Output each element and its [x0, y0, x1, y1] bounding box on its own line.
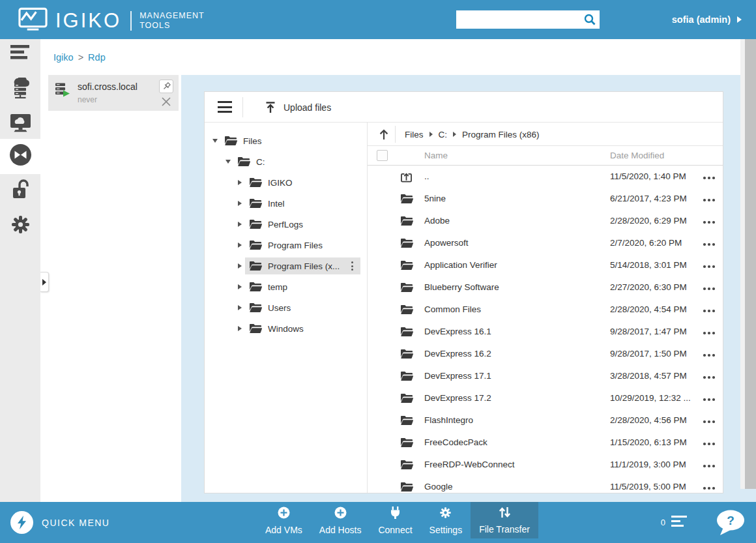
tree-item-program-files-x86[interactable]: Program Files (x... — [205, 256, 367, 276]
tree-expand-icon[interactable] — [235, 263, 245, 269]
tree-collapse-icon[interactable] — [223, 160, 233, 164]
tree-item-igiko[interactable]: IGIKO — [205, 172, 367, 193]
chevron-right-icon — [737, 16, 742, 23]
folder-tree: Files C: IGIKO — [205, 123, 368, 493]
table-row[interactable]: Apowersoft 2/7/2020, 6:20 PM — [368, 232, 723, 254]
tree-item-perflogs[interactable]: PerfLogs — [205, 214, 367, 235]
table-row[interactable]: DevExpress 16.2 9/28/2017, 1:50 PM — [368, 343, 723, 365]
tree-item-c-drive[interactable]: C: — [205, 151, 367, 172]
folder-icon — [224, 136, 237, 146]
table-row[interactable]: Adobe 2/28/2020, 6:29 PM — [368, 210, 723, 232]
row-actions-menu[interactable] — [701, 441, 717, 447]
table-row[interactable]: DevExpress 17.1 3/28/2018, 4:57 PM — [368, 365, 723, 387]
tree-item-menu-icon[interactable] — [348, 260, 356, 272]
svg-text:?: ? — [727, 514, 734, 527]
app-logo[interactable]: IGIKO MANAGEMENT TOOLS — [18, 7, 205, 35]
connection-name: sofi.cross.local — [78, 81, 138, 92]
folder-icon — [400, 216, 413, 229]
panel-menu-button[interactable] — [218, 101, 232, 113]
quick-menu-button[interactable]: QUICK MENU — [10, 502, 109, 543]
settings-button[interactable]: Settings — [421, 502, 471, 538]
select-all-checkbox[interactable] — [377, 150, 388, 161]
row-actions-menu[interactable] — [701, 352, 717, 359]
tree-expand-icon[interactable] — [235, 326, 245, 331]
row-actions-menu[interactable] — [701, 241, 717, 248]
add-vms-button[interactable]: Add VMs — [257, 502, 311, 538]
sidebar-item-vms[interactable] — [0, 75, 40, 104]
sidebar-item-menu[interactable] — [0, 39, 40, 68]
nav-divider — [395, 126, 396, 143]
table-row[interactable]: 5nine 6/21/2017, 4:23 PM — [368, 188, 723, 210]
tree-expand-icon[interactable] — [235, 242, 245, 248]
search-icon[interactable] — [583, 13, 596, 29]
path-segment-files[interactable]: Files — [405, 130, 424, 139]
tree-item-program-files[interactable]: Program Files — [205, 235, 367, 256]
tree-item-temp[interactable]: temp — [205, 276, 367, 297]
close-button[interactable] — [160, 96, 172, 108]
table-row[interactable]: DevExpress 16.1 9/28/2017, 1:47 PM — [368, 321, 723, 343]
tree-expand-icon[interactable] — [235, 284, 245, 289]
gear-icon — [10, 214, 31, 237]
row-actions-menu[interactable] — [701, 197, 717, 203]
row-actions-menu[interactable] — [701, 485, 717, 492]
path-segment-c[interactable]: C: — [439, 130, 448, 139]
column-header-name[interactable]: Name — [424, 151, 448, 160]
upload-files-button[interactable]: Upload files — [258, 92, 338, 123]
tree-item-files[interactable]: Files — [205, 130, 367, 151]
file-manager-toolbar: Upload files — [205, 92, 723, 123]
table-row[interactable]: DevExpress 17.2 10/29/2019, 12:32 ... — [368, 387, 723, 409]
sidebar-item-security[interactable] — [0, 176, 40, 205]
server-running-icon — [55, 82, 70, 100]
table-row[interactable]: Common Files 2/28/2020, 4:54 PM — [368, 299, 723, 321]
tree-expand-icon[interactable] — [235, 201, 245, 206]
connection-last-used: never — [78, 95, 97, 104]
row-actions-menu[interactable] — [701, 463, 717, 469]
file-transfer-button[interactable]: File Transfer — [471, 502, 538, 538]
row-actions-menu[interactable] — [701, 418, 717, 425]
add-hosts-button[interactable]: Add Hosts — [311, 502, 370, 538]
user-menu[interactable]: sofia (admin) — [672, 0, 742, 39]
tree-expand-icon[interactable] — [235, 222, 245, 227]
igiko-app: IGIKO MANAGEMENT TOOLS sofia (admin) — [0, 0, 756, 543]
breadcrumb-link-igiko[interactable]: Igiko — [53, 52, 74, 63]
connect-button[interactable]: Connect — [370, 502, 420, 538]
table-row[interactable]: FlashIntegro 2/28/2020, 4:56 PM — [368, 409, 723, 432]
connection-card[interactable]: sofi.cross.local never — [48, 75, 179, 111]
row-actions-menu[interactable] — [701, 219, 717, 226]
row-actions-menu[interactable] — [701, 308, 717, 314]
help-button[interactable]: ? — [716, 509, 746, 538]
tree-expand-icon[interactable] — [235, 180, 245, 185]
task-queue-button[interactable]: 0 — [661, 502, 687, 543]
breadcrumb-link-rdp[interactable]: Rdp — [88, 52, 106, 63]
tree-item-users[interactable]: Users — [205, 297, 367, 318]
rdp-session-icon — [8, 143, 33, 169]
row-actions-menu[interactable] — [701, 286, 717, 292]
table-row[interactable]: Blueberry Software 2/27/2020, 6:30 PM — [368, 276, 723, 299]
scrollbar-thumb[interactable] — [745, 39, 756, 489]
table-row-parent-dir[interactable]: .. 11/5/2020, 1:40 PM — [368, 166, 723, 188]
unlock-icon — [12, 179, 29, 202]
row-actions-menu[interactable] — [701, 374, 717, 381]
go-up-button[interactable] — [375, 126, 392, 143]
tree-item-windows[interactable]: Windows — [205, 318, 367, 339]
row-actions-menu[interactable] — [701, 263, 717, 270]
sidebar-item-rdp[interactable] — [0, 141, 40, 170]
sidebar-expand-handle[interactable] — [40, 272, 49, 292]
row-actions-menu[interactable] — [701, 330, 717, 336]
tree-item-intel[interactable]: Intel — [205, 193, 367, 214]
table-row[interactable]: FreeCodecPack 1/15/2020, 6:13 PM — [368, 432, 723, 454]
column-header-date-modified[interactable]: Date Modified — [610, 151, 664, 160]
sidebar-item-settings[interactable] — [0, 211, 40, 240]
table-row[interactable]: Application Verifier 5/14/2018, 3:01 PM — [368, 254, 723, 276]
table-row[interactable]: Google 11/5/2019, 5:00 PM — [368, 476, 723, 493]
sidebar-item-desktops[interactable] — [0, 110, 40, 138]
tree-collapse-icon[interactable] — [210, 139, 220, 143]
table-row[interactable]: FreeRDP-WebConnect 11/1/2019, 3:00 PM — [368, 454, 723, 476]
tree-expand-icon[interactable] — [235, 305, 245, 310]
path-segment-program-files-x86[interactable]: Program Files (x86) — [462, 130, 540, 139]
pin-button[interactable] — [159, 80, 173, 93]
file-list: Files C: Program Files (x86) Name Date M… — [368, 123, 723, 493]
row-actions-menu[interactable] — [701, 396, 717, 403]
row-actions-menu[interactable] — [701, 175, 717, 181]
search-input[interactable] — [461, 10, 579, 29]
